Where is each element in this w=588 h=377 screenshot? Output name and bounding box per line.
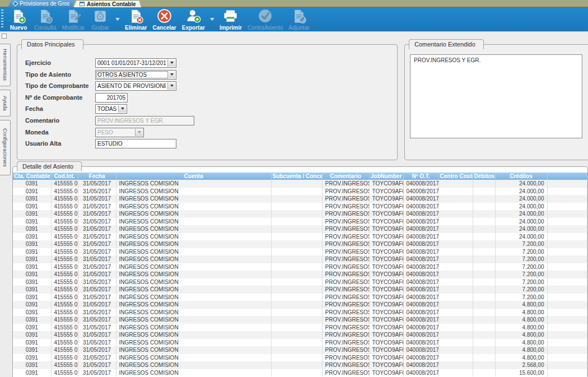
usuario-alta-input[interactable]: ESTUDIO [95,139,176,148]
table-row[interactable]: 0391415555 0131/05/2017INGRESOS COMISION… [13,316,587,324]
table-row[interactable]: 0391415555 0131/05/2017INGRESOS COMISION… [13,263,587,271]
cell-cta-contable: 0391 [13,278,51,286]
table-row[interactable]: 0391415555 0131/05/2017INGRESOS COMISION… [13,240,587,248]
table-row[interactable]: 0391415555 0131/05/2017INGRESOS COMISION… [13,354,587,362]
table-row[interactable]: 0391415555 0131/05/2017INGRESOS COMISION… [13,278,587,286]
cell-cod-int: 415555 01 [51,188,78,196]
cell-debitos [473,210,495,218]
ejercicio-combobox[interactable]: 0001 01/01/2017-31/12/2017 [95,58,176,68]
table-row[interactable]: 0391415555 0131/05/2017INGRESOS COMISION… [13,233,587,241]
table-row[interactable]: 0391415555 0131/05/2017INGRESOS COMISION… [13,255,587,263]
cell-debitos [473,339,495,347]
column-header-extra[interactable] [547,173,587,180]
cell-creditos: 4.800,00 [495,354,547,362]
chevron-down-icon[interactable] [167,71,175,78]
column-header-comentario[interactable]: Comentario [322,173,369,180]
table-row[interactable]: 0391415555 0131/05/2017INGRESOS COMISION… [13,271,587,278]
column-header-subcuenta-concepto[interactable]: Subcuenta / Concepto [271,173,322,180]
table-row[interactable]: 0391415555 0131/05/2017INGRESOS COMISION… [13,331,587,339]
cell-nro-ot: 040008/2017 [403,233,438,241]
detalle-asiento-tab[interactable]: Detalle del Asiento [17,161,82,171]
sidebar-tab-configuraciones[interactable]: Configuraciones [0,120,11,175]
cell-debitos [473,346,495,354]
table-row[interactable]: 0391415555 0131/05/2017INGRESOS COMISION… [13,294,587,301]
toolbar-button-cancelar[interactable]: Cancelar [150,8,179,31]
cell-subcuenta-concepto [271,210,322,218]
table-row[interactable]: 0391415555 0131/05/2017INGRESOS COMISION… [13,309,587,317]
cell-creditos: 24.000,00 [495,225,547,233]
cell-nro-ot: 040008/2017 [403,361,438,369]
table-row[interactable]: 0391415555 0131/05/2017INGRESOS COMISION… [13,180,587,188]
table-row[interactable]: 0391415555 0131/05/2017INGRESOS COMISION… [13,218,587,226]
cell-extra [547,180,587,188]
column-header-cta-contable[interactable]: Cta. Contable [13,173,51,180]
table-row[interactable]: 0391415555 0131/05/2017INGRESOS COMISION… [13,324,587,332]
column-header-fecha[interactable]: Fecha [78,173,116,180]
table-row[interactable]: 0391415555 0131/05/2017INGRESOS COMISION… [13,346,587,354]
column-header-jobnumber[interactable]: JobNumber [369,173,403,180]
toolbar-button-eliminar[interactable]: Eliminar [122,8,150,31]
column-header-debitos[interactable]: Débitos [473,173,495,180]
chevron-down-icon[interactable] [167,59,175,67]
table-row[interactable]: 0391415555 0131/05/2017INGRESOS COMISION… [13,225,587,233]
column-header-centro-costo[interactable]: Centro Costo [438,173,473,180]
collapse-panel-icon[interactable] [2,34,7,39]
table-row[interactable]: 0391415555 0131/05/2017INGRESOS COMISION… [13,286,587,294]
cell-creditos: 4.800,00 [495,309,547,317]
table-row[interactable]: 0391415555 0131/05/2017INGRESOS COMISION… [13,195,587,203]
n-de-comprobante-input[interactable]: 201705 [95,93,128,103]
column-header-cod-int[interactable]: Cod.Int. [51,173,78,180]
table-row[interactable]: 0391415555 0131/05/2017INGRESOS COMISION… [13,301,587,309]
cell-debitos [473,301,495,309]
column-header-nro-ot[interactable]: Nº O.T. [403,173,438,180]
cell-cta-contable: 0391 [13,361,51,369]
cell-extra [547,369,587,377]
table-row[interactable]: 0391415555 0131/05/2017INGRESOS COMISION… [13,361,587,369]
detalle-table: Cta. ContableCod.Int.FechaCuentaSubcuent… [13,173,587,376]
sidebar-tab-herramientas[interactable]: Herramientas [0,44,11,86]
comentario-extendido-tab[interactable]: Comentario Extendido [409,39,484,49]
tipo-de-comprobante-combobox[interactable]: ASIENTO DE PROVISIONES [95,81,176,91]
cell-nro-ot: 040008/2017 [403,309,438,317]
toolbar-button-nuevo[interactable]: Nuevo [6,8,31,31]
cell-extra [547,339,587,347]
cell-cuenta: INGRESOS COMISION [116,180,271,188]
datos-principales-tab[interactable]: Datos Principales [21,39,83,49]
chevron-down-icon[interactable] [115,18,120,21]
field-label: Usuario Alta [25,140,61,147]
window-tab-asientos-contables[interactable]: Asientos Contables [74,0,141,7]
cell-extra [547,354,587,362]
cell-creditos: 24.000,00 [495,233,547,241]
table-row[interactable]: 0391415555 0131/05/2017INGRESOS COMISION… [13,210,587,218]
table-row[interactable]: 0391415555 0131/05/2017INGRESOS COMISION… [13,248,587,256]
cell-nro-ot: 040008/2017 [403,203,438,211]
tipo-de-asiento-combobox[interactable]: OTROS ASIENTOS [95,70,176,80]
cell-cta-contable: 0391 [13,346,51,354]
cell-fecha: 31/05/2017 [78,331,116,339]
cell-extra [547,316,587,324]
table-row[interactable]: 0391415555 0131/05/2017INGRESOS COMISION… [13,339,587,347]
toolbar-button-label: Consulta [34,25,56,31]
chevron-down-icon[interactable] [210,18,214,21]
toolbar-grip-handle[interactable] [1,10,3,29]
fecha-combobox[interactable]: TODAS [95,104,127,114]
table-row[interactable]: 0391415555 0131/05/2017INGRESOS COMISION… [13,369,587,377]
cell-comentario: PROV.INGRESOS y EGR. [322,210,369,218]
chevron-down-icon[interactable] [167,82,175,90]
cell-cuenta: INGRESOS COMISION [116,294,271,301]
sidebar-tab-ayuda[interactable]: Ayuda [0,90,11,117]
extended-comment-textarea[interactable]: PROV.INGRESOS Y EGR. [410,54,582,138]
chevron-down-icon[interactable] [118,105,126,113]
table-row[interactable]: 0391415555 0131/05/2017INGRESOS COMISION… [13,203,587,211]
toolbar-button-label: Exportar [182,25,205,31]
cell-extra [547,294,587,301]
window-tab-provisiones[interactable]: Provisiones de Gross Income [8,0,75,7]
cell-cuenta: INGRESOS COMISION [116,301,271,309]
cell-debitos [473,361,495,369]
toolbar-button-imprimir[interactable]: Imprimir [217,8,245,31]
toolbar-button-exportar[interactable]: Exportar [179,8,208,31]
cell-jobnumber: TOYCO9AF0001 [369,354,403,362]
column-header-creditos[interactable]: Créditos [495,173,547,180]
column-header-cuenta[interactable]: Cuenta [116,173,271,180]
table-row[interactable]: 0391415555 0131/05/2017INGRESOS COMISION… [13,188,587,196]
